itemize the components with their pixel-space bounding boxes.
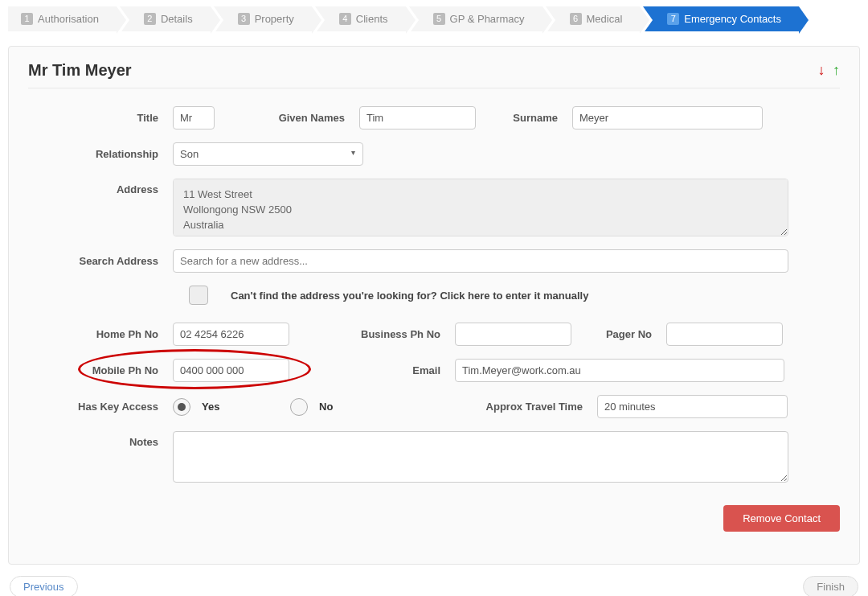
search-address-input[interactable] xyxy=(173,249,788,273)
given-names-input[interactable] xyxy=(359,106,476,129)
business-ph-input[interactable] xyxy=(455,323,571,346)
notes-label: Notes xyxy=(28,431,173,448)
title-input[interactable] xyxy=(173,106,215,129)
travel-time-label: Approx Travel Time xyxy=(454,401,597,413)
panel-header: Mr Tim Meyer ↓ ↑ xyxy=(28,61,840,88)
has-key-yes-label: Yes xyxy=(202,401,290,413)
contact-panel: Mr Tim Meyer ↓ ↑ Title Given Names Surna… xyxy=(8,46,860,565)
step-clients[interactable]: 4Clients xyxy=(315,6,406,31)
given-names-label: Given Names xyxy=(215,112,359,124)
manual-address-text: Can't find the address you're looking fo… xyxy=(231,290,588,302)
pager-label: Pager No xyxy=(571,328,666,340)
address-box[interactable]: 11 West Street Wollongong NSW 2500 Austr… xyxy=(173,179,788,236)
search-address-label: Search Address xyxy=(28,255,173,267)
mobile-ph-label: Mobile Ph No xyxy=(28,364,173,376)
mobile-ph-input[interactable] xyxy=(173,359,289,382)
step-emergency-contacts[interactable]: 7Emergency Contacts xyxy=(643,6,799,31)
has-key-yes-radio[interactable] xyxy=(173,398,190,416)
step-property[interactable]: 3Property xyxy=(214,6,312,31)
step-medical[interactable]: 6Medical xyxy=(546,6,641,31)
home-ph-input[interactable] xyxy=(173,323,289,346)
pager-input[interactable] xyxy=(666,323,783,346)
move-down-icon[interactable]: ↓ xyxy=(817,62,825,78)
panel-title: Mr Tim Meyer xyxy=(28,61,132,80)
email-input[interactable] xyxy=(455,359,784,382)
move-up-icon[interactable]: ↑ xyxy=(833,62,840,78)
surname-input[interactable] xyxy=(572,106,763,129)
relationship-label: Relationship xyxy=(28,148,173,160)
title-label: Title xyxy=(28,112,173,124)
has-key-no-label: No xyxy=(319,401,333,413)
business-ph-label: Business Ph No xyxy=(289,328,455,340)
remove-contact-button[interactable]: Remove Contact xyxy=(723,505,840,532)
notes-input[interactable] xyxy=(173,431,788,483)
step-gp-pharmacy[interactable]: 5GP & Pharmacy xyxy=(409,6,542,31)
manual-address-toggle[interactable] xyxy=(189,286,208,305)
relationship-select[interactable]: Son xyxy=(173,142,363,166)
finish-button[interactable]: Finish xyxy=(803,576,858,596)
has-key-label: Has Key Access xyxy=(28,401,173,413)
radio-dot-icon xyxy=(178,403,186,411)
step-authorisation[interactable]: 1Authorisation xyxy=(8,6,117,31)
travel-time-input[interactable] xyxy=(597,395,788,418)
previous-button[interactable]: Previous xyxy=(10,576,78,596)
address-label: Address xyxy=(28,179,173,195)
wizard-steps: 1Authorisation 2Details 3Property 4Clien… xyxy=(0,0,868,31)
has-key-no-radio[interactable] xyxy=(290,398,308,416)
wizard-footer: Previous Finish xyxy=(0,573,868,596)
home-ph-label: Home Ph No xyxy=(28,328,173,340)
reorder-arrows: ↓ ↑ xyxy=(813,62,840,79)
step-details[interactable]: 2Details xyxy=(120,6,211,31)
surname-label: Surname xyxy=(476,112,572,124)
email-label: Email xyxy=(289,364,455,376)
